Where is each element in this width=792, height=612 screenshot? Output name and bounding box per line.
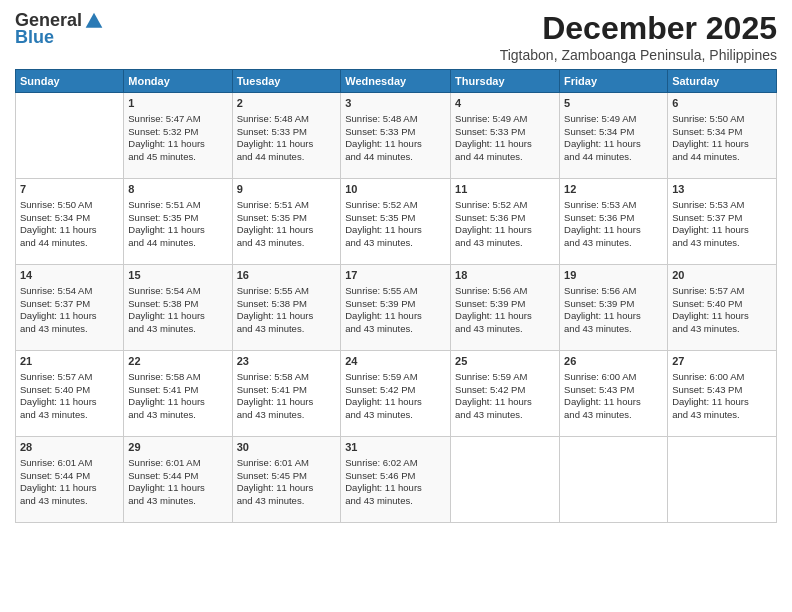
day-number: 2 [237,96,337,111]
calendar-header-thursday: Thursday [451,70,560,93]
day-number: 10 [345,182,446,197]
day-number: 5 [564,96,663,111]
calendar-cell: 15Sunrise: 5:54 AM Sunset: 5:38 PM Dayli… [124,265,232,351]
calendar-cell: 11Sunrise: 5:52 AM Sunset: 5:36 PM Dayli… [451,179,560,265]
cell-info: Sunrise: 5:59 AM Sunset: 5:42 PM Dayligh… [345,371,446,422]
cell-info: Sunrise: 5:48 AM Sunset: 5:33 PM Dayligh… [237,113,337,164]
day-number: 19 [564,268,663,283]
cell-info: Sunrise: 5:53 AM Sunset: 5:36 PM Dayligh… [564,199,663,250]
cell-info: Sunrise: 6:01 AM Sunset: 5:44 PM Dayligh… [20,457,119,508]
day-number: 28 [20,440,119,455]
calendar-cell [451,437,560,523]
cell-info: Sunrise: 5:57 AM Sunset: 5:40 PM Dayligh… [20,371,119,422]
calendar-header-friday: Friday [560,70,668,93]
day-number: 29 [128,440,227,455]
day-number: 26 [564,354,663,369]
calendar-cell: 24Sunrise: 5:59 AM Sunset: 5:42 PM Dayli… [341,351,451,437]
calendar-cell: 5Sunrise: 5:49 AM Sunset: 5:34 PM Daylig… [560,93,668,179]
calendar-cell: 14Sunrise: 5:54 AM Sunset: 5:37 PM Dayli… [16,265,124,351]
cell-info: Sunrise: 5:59 AM Sunset: 5:42 PM Dayligh… [455,371,555,422]
calendar-cell [560,437,668,523]
calendar-cell: 12Sunrise: 5:53 AM Sunset: 5:36 PM Dayli… [560,179,668,265]
day-number: 8 [128,182,227,197]
logo-icon [84,11,104,31]
calendar-cell: 25Sunrise: 5:59 AM Sunset: 5:42 PM Dayli… [451,351,560,437]
cell-info: Sunrise: 5:56 AM Sunset: 5:39 PM Dayligh… [455,285,555,336]
calendar-week-row: 14Sunrise: 5:54 AM Sunset: 5:37 PM Dayli… [16,265,777,351]
cell-info: Sunrise: 6:01 AM Sunset: 5:45 PM Dayligh… [237,457,337,508]
cell-info: Sunrise: 5:55 AM Sunset: 5:39 PM Dayligh… [345,285,446,336]
calendar-cell: 20Sunrise: 5:57 AM Sunset: 5:40 PM Dayli… [668,265,777,351]
cell-info: Sunrise: 5:48 AM Sunset: 5:33 PM Dayligh… [345,113,446,164]
day-number: 25 [455,354,555,369]
calendar-cell: 9Sunrise: 5:51 AM Sunset: 5:35 PM Daylig… [232,179,341,265]
calendar-week-row: 7Sunrise: 5:50 AM Sunset: 5:34 PM Daylig… [16,179,777,265]
cell-info: Sunrise: 5:57 AM Sunset: 5:40 PM Dayligh… [672,285,772,336]
calendar-cell: 2Sunrise: 5:48 AM Sunset: 5:33 PM Daylig… [232,93,341,179]
day-number: 7 [20,182,119,197]
calendar-week-row: 1Sunrise: 5:47 AM Sunset: 5:32 PM Daylig… [16,93,777,179]
calendar-cell: 16Sunrise: 5:55 AM Sunset: 5:38 PM Dayli… [232,265,341,351]
cell-info: Sunrise: 5:49 AM Sunset: 5:34 PM Dayligh… [564,113,663,164]
logo-blue-text: Blue [15,27,54,48]
cell-info: Sunrise: 5:49 AM Sunset: 5:33 PM Dayligh… [455,113,555,164]
calendar-cell: 13Sunrise: 5:53 AM Sunset: 5:37 PM Dayli… [668,179,777,265]
calendar-header-monday: Monday [124,70,232,93]
calendar-cell: 1Sunrise: 5:47 AM Sunset: 5:32 PM Daylig… [124,93,232,179]
day-number: 4 [455,96,555,111]
calendar-cell: 23Sunrise: 5:58 AM Sunset: 5:41 PM Dayli… [232,351,341,437]
cell-info: Sunrise: 5:56 AM Sunset: 5:39 PM Dayligh… [564,285,663,336]
cell-info: Sunrise: 5:53 AM Sunset: 5:37 PM Dayligh… [672,199,772,250]
cell-info: Sunrise: 5:54 AM Sunset: 5:38 PM Dayligh… [128,285,227,336]
calendar-cell: 19Sunrise: 5:56 AM Sunset: 5:39 PM Dayli… [560,265,668,351]
calendar-cell: 4Sunrise: 5:49 AM Sunset: 5:33 PM Daylig… [451,93,560,179]
day-number: 23 [237,354,337,369]
cell-info: Sunrise: 5:51 AM Sunset: 5:35 PM Dayligh… [237,199,337,250]
cell-info: Sunrise: 5:54 AM Sunset: 5:37 PM Dayligh… [20,285,119,336]
svg-marker-0 [86,12,103,27]
day-number: 21 [20,354,119,369]
day-number: 6 [672,96,772,111]
cell-info: Sunrise: 5:52 AM Sunset: 5:35 PM Dayligh… [345,199,446,250]
cell-info: Sunrise: 5:50 AM Sunset: 5:34 PM Dayligh… [672,113,772,164]
day-number: 13 [672,182,772,197]
calendar-cell: 26Sunrise: 6:00 AM Sunset: 5:43 PM Dayli… [560,351,668,437]
day-number: 20 [672,268,772,283]
day-number: 31 [345,440,446,455]
cell-info: Sunrise: 5:55 AM Sunset: 5:38 PM Dayligh… [237,285,337,336]
calendar-cell: 30Sunrise: 6:01 AM Sunset: 5:45 PM Dayli… [232,437,341,523]
location-subtitle: Tigtabon, Zamboanga Peninsula, Philippin… [500,47,777,63]
calendar-cell: 21Sunrise: 5:57 AM Sunset: 5:40 PM Dayli… [16,351,124,437]
calendar-week-row: 21Sunrise: 5:57 AM Sunset: 5:40 PM Dayli… [16,351,777,437]
calendar-cell: 3Sunrise: 5:48 AM Sunset: 5:33 PM Daylig… [341,93,451,179]
calendar-cell: 22Sunrise: 5:58 AM Sunset: 5:41 PM Dayli… [124,351,232,437]
cell-info: Sunrise: 6:02 AM Sunset: 5:46 PM Dayligh… [345,457,446,508]
calendar-cell: 31Sunrise: 6:02 AM Sunset: 5:46 PM Dayli… [341,437,451,523]
calendar-header-tuesday: Tuesday [232,70,341,93]
day-number: 1 [128,96,227,111]
calendar-header-saturday: Saturday [668,70,777,93]
day-number: 24 [345,354,446,369]
calendar-cell [16,93,124,179]
logo: General Blue [15,10,104,48]
title-block: December 2025 Tigtabon, Zamboanga Penins… [500,10,777,63]
day-number: 30 [237,440,337,455]
calendar-cell [668,437,777,523]
day-number: 16 [237,268,337,283]
cell-info: Sunrise: 6:00 AM Sunset: 5:43 PM Dayligh… [564,371,663,422]
calendar-cell: 17Sunrise: 5:55 AM Sunset: 5:39 PM Dayli… [341,265,451,351]
calendar-cell: 10Sunrise: 5:52 AM Sunset: 5:35 PM Dayli… [341,179,451,265]
cell-info: Sunrise: 5:58 AM Sunset: 5:41 PM Dayligh… [237,371,337,422]
day-number: 9 [237,182,337,197]
cell-info: Sunrise: 5:50 AM Sunset: 5:34 PM Dayligh… [20,199,119,250]
day-number: 14 [20,268,119,283]
day-number: 17 [345,268,446,283]
calendar-cell: 18Sunrise: 5:56 AM Sunset: 5:39 PM Dayli… [451,265,560,351]
calendar-header-sunday: Sunday [16,70,124,93]
calendar-header-wednesday: Wednesday [341,70,451,93]
header: General Blue December 2025 Tigtabon, Zam… [15,10,777,63]
month-year-title: December 2025 [500,10,777,47]
day-number: 22 [128,354,227,369]
cell-info: Sunrise: 5:51 AM Sunset: 5:35 PM Dayligh… [128,199,227,250]
calendar-cell: 8Sunrise: 5:51 AM Sunset: 5:35 PM Daylig… [124,179,232,265]
